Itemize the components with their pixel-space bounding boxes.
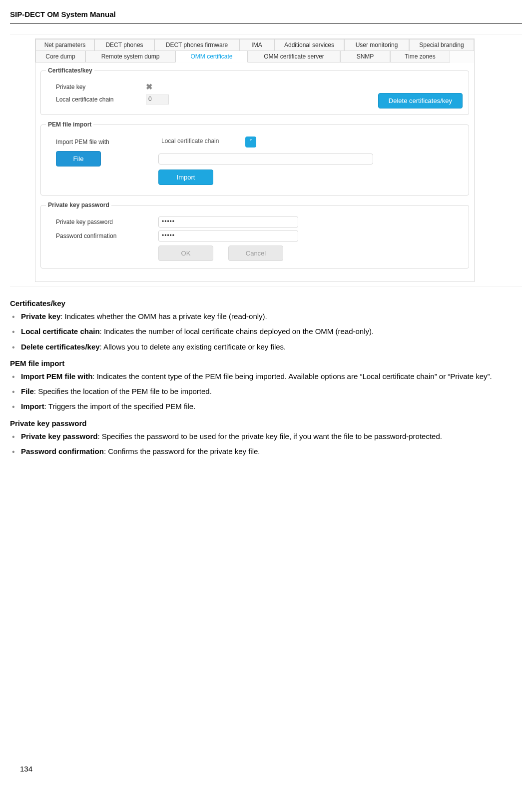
description: : Specifies the password to be used for …	[97, 432, 442, 440]
label-password-confirmation: Password confirmation	[46, 232, 158, 240]
tab-dect-phones[interactable]: DECT phones	[94, 39, 154, 51]
file-button[interactable]: File	[56, 151, 101, 166]
list-item: File: Specifies the location of the PEM …	[10, 386, 522, 396]
tab-omm-certificate[interactable]: OMM certificate	[175, 50, 248, 62]
term: Private key	[21, 312, 60, 320]
term: Delete certificates/key	[21, 342, 100, 351]
list-item: Local certificate chain: Indicates the n…	[10, 326, 522, 336]
list-item: Password confirmation: Confirms the pass…	[10, 446, 522, 456]
private-key-password-input[interactable]: •••••	[158, 216, 298, 228]
tab-core-dump[interactable]: Core dump	[35, 50, 85, 62]
tab-ima[interactable]: IMA	[239, 39, 274, 51]
tab-omm-certificate-server[interactable]: OMM certificate server	[248, 50, 340, 62]
description: : Allows you to delete any existing cert…	[100, 342, 286, 351]
tab-net-parameters[interactable]: Net parameters	[35, 39, 94, 51]
term: Private key password	[21, 432, 97, 440]
panel-body: Certificates/key Private key ✖ Local cer…	[35, 63, 474, 282]
x-icon: ✖	[146, 82, 152, 92]
chevron-down-icon[interactable]: ˅	[245, 136, 256, 148]
import-pem-with-select[interactable]: Local certificate chain ˅	[158, 136, 256, 148]
list-private-key-password: Private key password: Specifies the pass…	[10, 432, 522, 457]
list-pem-file-import: Import PEM file with: Indicates the cont…	[10, 372, 522, 412]
label-private-key: Private key	[46, 84, 146, 90]
term: Local certificate chain	[21, 327, 100, 336]
tab-dect-phones-firmware[interactable]: DECT phones firmware	[154, 39, 239, 51]
import-button[interactable]: Import	[158, 170, 213, 185]
password-confirmation-input[interactable]: •••••	[158, 230, 298, 242]
legend-private-key-password: Private key password	[46, 202, 111, 208]
legend-certificates-key: Certificates/key	[46, 67, 94, 74]
app-panel: Net parametersDECT phonesDECT phones fir…	[35, 38, 475, 282]
tab-user-monitoring[interactable]: User monitoring	[344, 39, 409, 51]
description: : Indicates the number of local certific…	[100, 327, 374, 336]
description: : Indicates the content type of the PEM …	[92, 372, 492, 380]
label-private-key-password: Private key password	[46, 218, 158, 226]
doc-header: SIP-DECT OM System Manual	[10, 10, 522, 24]
description: : Confirms the password for the private …	[104, 447, 260, 456]
file-path-input[interactable]	[158, 154, 373, 164]
tab-snmp[interactable]: SNMP	[340, 50, 390, 62]
legend-pem-file-import: PEM file import	[46, 121, 93, 128]
ok-button[interactable]: OK	[158, 246, 213, 261]
fieldset-certificates-key: Certificates/key Private key ✖ Local cer…	[40, 67, 469, 115]
tab-row-2: Core dumpRemote system dumpOMM certifica…	[35, 50, 474, 62]
list-item: Import: Triggers the import of the speci…	[10, 402, 522, 412]
list-item: Private key password: Specifies the pass…	[10, 432, 522, 442]
fieldset-private-key-password: Private key password Private key passwor…	[40, 202, 469, 268]
list-item: Private key: Indicates whether the OMM h…	[10, 312, 522, 322]
import-pem-with-value: Local certificate chain	[158, 136, 243, 148]
cancel-button[interactable]: Cancel	[228, 246, 283, 261]
page-number: 134	[20, 764, 32, 773]
tab-additional-services[interactable]: Additional services	[274, 39, 344, 51]
label-import-pem-with: Import PEM file with	[46, 138, 158, 146]
term: File	[21, 387, 34, 396]
list-certificates-key: Private key: Indicates whether the OMM h…	[10, 312, 522, 352]
description: : Indicates whether the OMM has a privat…	[60, 312, 267, 320]
tab-row-1: Net parametersDECT phonesDECT phones fir…	[35, 39, 474, 51]
label-local-cert-chain: Local certificate chain	[46, 96, 146, 103]
section-heading-certificates-key: Certificates/key	[10, 299, 522, 308]
section-heading-private-key-password: Private key password	[10, 419, 522, 428]
term: Import	[21, 402, 44, 410]
delete-certificates-key-button[interactable]: Delete certificates/key	[378, 93, 463, 108]
fieldset-pem-file-import: PEM file import Import PEM file with Loc…	[40, 121, 469, 196]
local-cert-chain-value: 0	[146, 94, 169, 104]
description: : Triggers the import of the specified P…	[44, 402, 196, 410]
term: Import PEM file with	[21, 372, 92, 380]
list-item: Import PEM file with: Indicates the cont…	[10, 372, 522, 382]
description: : Specifies the location of the PEM file…	[34, 387, 212, 396]
tab-time-zones[interactable]: Time zones	[390, 50, 450, 62]
tab-special-branding[interactable]: Special branding	[409, 39, 474, 51]
figure-screenshot: Net parametersDECT phonesDECT phones fir…	[10, 34, 522, 286]
tab-remote-system-dump[interactable]: Remote system dump	[85, 50, 175, 62]
list-item: Delete certificates/key: Allows you to d…	[10, 342, 522, 352]
section-heading-pem-file-import: PEM file import	[10, 359, 522, 368]
term: Password confirmation	[21, 447, 104, 456]
